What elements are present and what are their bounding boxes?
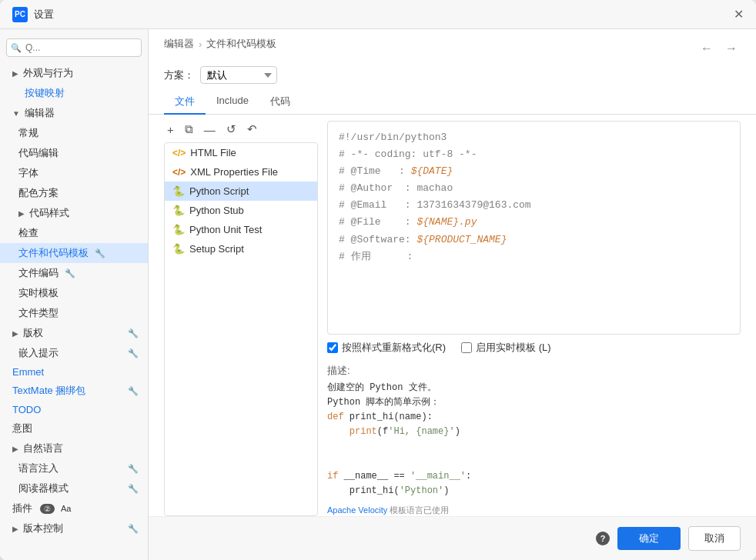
sidebar-item-intent[interactable]: 意图 <box>0 418 148 438</box>
sidebar-item-natural-lang[interactable]: ▶ 自然语言 <box>0 438 148 458</box>
tab-file[interactable]: 文件 <box>164 90 206 115</box>
sidebar-item-label: 阅读器模式 <box>18 482 69 495</box>
file-item-python-unit-test[interactable]: 🐍 Python Unit Test <box>165 220 317 239</box>
tab-code[interactable]: 代码 <box>259 90 301 115</box>
undo-file-button[interactable]: ↶ <box>244 121 260 138</box>
file-item-setup-script[interactable]: 🐍 Setup Script <box>165 239 317 258</box>
sidebar-item-copyright[interactable]: ▶ 版权 🔧 <box>0 323 148 343</box>
code-comment: # @Software: <box>339 234 416 245</box>
remove-file-button[interactable]: — <box>201 122 219 138</box>
scheme-select[interactable]: 默认 项目 <box>200 66 277 84</box>
reformat-checkbox-label[interactable]: 按照样式重新格式化(R) <box>327 341 446 355</box>
code-line-2: # -*- coding: utf-8 -*- <box>339 146 729 163</box>
sidebar-item-label: 文件类型 <box>18 306 59 320</box>
code-line-3: # @Time : ${DATE} <box>339 163 729 180</box>
sidebar-item-label: 代码编辑 <box>18 146 59 160</box>
velocity-link[interactable]: Apache Velocity <box>327 505 387 515</box>
file-item-python-script[interactable]: 🐍 Python Script <box>165 182 317 201</box>
sidebar-item-label: 自然语言 <box>23 442 63 455</box>
sidebar-item-editor[interactable]: ▼ 编辑器 <box>0 103 148 123</box>
search-input[interactable] <box>6 38 142 57</box>
file-list: + ⧉ — ↺ ↶ </> HTML File </> XML Pro <box>164 121 318 516</box>
code-line-1: #!/usr/bin/python3 <box>339 129 729 146</box>
sidebar-item-inlay-hints[interactable]: 嵌入提示 🔧 <box>0 343 148 363</box>
code-editor[interactable]: #!/usr/bin/python3 # -*- coding: utf-8 -… <box>327 121 741 335</box>
sidebar-item-file-template[interactable]: 文件和代码模板 🔧 2 <box>0 243 148 263</box>
copy-file-button[interactable]: ⧉ <box>182 121 196 138</box>
sidebar-item-label: 检查 <box>18 226 38 240</box>
sidebar-badge: 🔧 <box>128 484 139 494</box>
search-icon: 🔍 <box>11 43 22 53</box>
sidebar-item-file-encode[interactable]: 文件编码 🔧 1 <box>0 263 148 283</box>
translate-icon: Aa <box>61 504 71 513</box>
sidebar-item-vcs[interactable]: ▶ 版本控制 🔧 <box>0 518 148 538</box>
sidebar-badge: 🔧 <box>128 524 139 534</box>
sidebar-item-label: 文件和代码模板 <box>18 246 89 260</box>
sidebar-item-appearance[interactable]: ▶ 外观与行为 <box>0 63 148 83</box>
description-code: 创建空的 Python 文件。 Python 脚本的简单示例： def prin… <box>327 381 741 499</box>
sidebar-item-plugins[interactable]: 插件 ② Aa <box>0 498 148 518</box>
sidebar-item-label: 实时模板 <box>18 286 59 300</box>
ok-button[interactable]: 确定 <box>617 527 681 550</box>
sidebar-item-label: 嵌入提示 <box>18 346 59 360</box>
sidebar-item-emmet[interactable]: Emmet <box>0 363 148 381</box>
nav-buttons: ← → <box>697 42 741 55</box>
main-content: 编辑器 › 文件和代码模板 ← → 方案： 默认 项目 <box>149 29 756 560</box>
reformat-checkbox[interactable] <box>327 342 338 353</box>
reformat-label: 按照样式重新格式化(R) <box>342 341 446 355</box>
file-item-label: XML Properties File <box>190 166 278 178</box>
search-box[interactable]: 🔍 <box>6 38 142 57</box>
titlebar-left: PC 设置 <box>12 7 54 22</box>
settings-window: PC 设置 ✕ 🔍 ▶ 外观与行为 按键映射 ▼ <box>0 0 756 560</box>
sidebar-item-font[interactable]: 字体 <box>0 163 148 183</box>
sidebar-item-label: 版权 <box>23 326 43 340</box>
file-item-xml[interactable]: </> XML Properties File <box>165 162 317 182</box>
sidebar-badge: 🔧 <box>65 268 75 278</box>
sidebar-item-code-style[interactable]: ▶ 代码样式 <box>0 203 148 223</box>
sidebar-item-general[interactable]: 常规 <box>0 123 148 143</box>
inner-split: + ⧉ — ↺ ↶ </> HTML File </> XML Pro <box>149 115 756 516</box>
titlebar: PC 设置 ✕ <box>0 0 756 29</box>
breadcrumb: 编辑器 › 文件和代码模板 <box>164 37 276 51</box>
file-item-python-stub[interactable]: 🐍 Python Stub <box>165 201 317 220</box>
add-file-button[interactable]: + <box>164 122 177 138</box>
sidebar-item-live-template[interactable]: 实时模板 <box>0 283 148 303</box>
tab-include[interactable]: Include <box>206 90 259 115</box>
sidebar-item-todo[interactable]: TODO <box>0 401 148 418</box>
help-icon[interactable]: ? <box>596 532 610 545</box>
sidebar-item-color[interactable]: 配色方案 <box>0 183 148 203</box>
close-button[interactable]: ✕ <box>734 8 744 21</box>
description-panel: 描述: 创建空的 Python 文件。 Python 脚本的简单示例： def … <box>327 358 741 502</box>
velocity-note: Apache Velocity 模板语言已使用 <box>327 502 741 516</box>
live-template-label: 启用实时模板 (L) <box>476 341 551 355</box>
file-list-items: </> HTML File </> XML Properties File 🐍 … <box>164 142 318 516</box>
sidebar-item-keymaps[interactable]: 按键映射 <box>0 83 148 103</box>
python-unit-test-icon: 🐍 <box>172 224 185 235</box>
file-item-label: HTML File <box>190 147 236 158</box>
sidebar-item-textmate[interactable]: TextMate 捆绑包 🔧 <box>0 381 148 401</box>
nav-back-button[interactable]: ← <box>697 42 716 55</box>
sidebar-item-label: 编辑器 <box>25 106 55 120</box>
python-script-icon: 🐍 <box>172 185 185 197</box>
sidebar-item-label: 文件编码 <box>18 266 59 280</box>
code-email: 13731634379@163.com <box>416 199 530 211</box>
sidebar-badge: 🔧 <box>128 386 139 396</box>
file-item-html[interactable]: </> HTML File <box>165 143 317 162</box>
sidebar-item-inspect[interactable]: 检查 <box>0 223 148 243</box>
sidebar-item-label: 插件 <box>12 502 32 515</box>
reset-file-button[interactable]: ↺ <box>223 121 239 138</box>
cancel-button[interactable]: 取消 <box>688 526 741 551</box>
sidebar-item-code-edit[interactable]: 代码编辑 <box>0 143 148 163</box>
file-item-label: Python Stub <box>189 205 244 216</box>
sidebar-item-label: 外观与行为 <box>23 66 73 80</box>
sidebar-item-file-type[interactable]: 文件类型 <box>0 303 148 323</box>
tabs-row: 文件 Include 代码 <box>149 90 756 115</box>
live-template-checkbox-label[interactable]: 启用实时模板 (L) <box>461 341 551 355</box>
file-item-label: Python Script <box>189 185 249 197</box>
live-template-checkbox[interactable] <box>461 342 472 353</box>
xml-file-icon: </> <box>172 167 186 178</box>
sidebar-item-spell-check[interactable]: 语言注入 🔧 <box>0 458 148 478</box>
sidebar-item-reader-mode[interactable]: 阅读器模式 🔧 <box>0 478 148 498</box>
nav-forward-button[interactable]: → <box>722 42 741 55</box>
bottom-bar: ? 确定 取消 <box>149 516 756 560</box>
